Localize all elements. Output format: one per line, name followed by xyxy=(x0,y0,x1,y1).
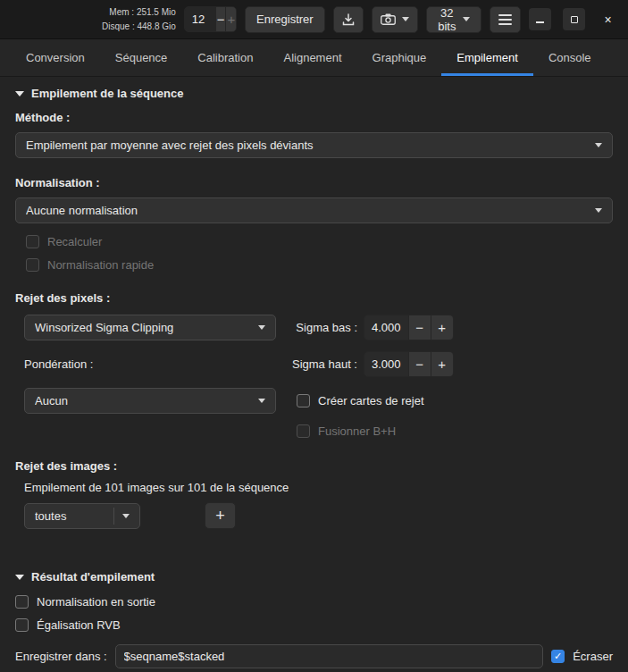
camera-icon xyxy=(381,13,396,25)
tab-console[interactable]: Console xyxy=(533,39,607,76)
chevron-down-icon xyxy=(258,399,265,403)
chevron-down-icon xyxy=(122,514,130,518)
filename-input[interactable] xyxy=(115,644,544,668)
checkbox-box xyxy=(26,235,39,248)
chevron-down-icon xyxy=(258,325,265,330)
checkbox-box xyxy=(297,394,310,407)
image-filter-row: toutes + xyxy=(24,502,613,529)
threads-value[interactable]: 12 xyxy=(185,7,215,31)
sigma-high-row: Sigma haut : 3.000 − + xyxy=(291,351,613,377)
sigma-high-label: Sigma haut : xyxy=(291,357,357,371)
sigma-low-increase-button[interactable]: + xyxy=(431,315,453,340)
normalisation-label: Normalisation : xyxy=(15,176,613,189)
weighting-value: Aucun xyxy=(35,394,250,407)
menu-button[interactable] xyxy=(490,6,521,33)
tab-plot[interactable]: Graphique xyxy=(357,39,442,76)
main-tabs: Conversion Séquence Calibration Aligneme… xyxy=(0,39,628,77)
overwrite-checkbox[interactable]: Écraser xyxy=(551,650,613,663)
rejection-method-value: Winsorized Sigma Clipping xyxy=(35,321,250,334)
export-button[interactable] xyxy=(333,6,364,33)
checkbox-label: Écraser xyxy=(573,650,613,663)
recalculate-checkbox[interactable]: Recalculer xyxy=(26,235,613,248)
method-dropdown[interactable]: Empilement par moyenne avec rejet des pi… xyxy=(15,132,613,158)
sigma-low-label: Sigma bas : xyxy=(291,321,357,334)
stacking-result-expander[interactable]: Résultat d'empilement xyxy=(15,570,613,584)
bit-depth-dropdown[interactable]: 32 bits xyxy=(426,6,481,33)
restore-icon xyxy=(571,16,578,23)
checkbox-box xyxy=(15,618,29,632)
memory-usage: Mem : 251.5 Mio xyxy=(102,5,176,20)
hamburger-icon xyxy=(498,14,512,25)
save-button[interactable]: Enregistrer xyxy=(245,6,325,33)
pixel-rejection-grid: Winsorized Sigma Clipping Sigma bas : 4.… xyxy=(24,315,613,438)
download-tray-icon xyxy=(342,13,355,26)
combo-separator xyxy=(113,508,114,525)
checkbox-label: Fusionner B+H xyxy=(318,424,396,438)
sigma-low-row: Sigma bas : 4.000 − + xyxy=(291,315,613,340)
expander-arrow-icon xyxy=(15,91,24,97)
bit-depth-value: 32 bits xyxy=(438,6,456,33)
restore-button[interactable] xyxy=(563,8,585,30)
section-title: Empilement de la séquence xyxy=(31,87,184,100)
tab-calibration[interactable]: Calibration xyxy=(182,39,268,76)
sigma-low-decrease-button[interactable]: − xyxy=(408,315,431,340)
tab-stacking[interactable]: Empilement xyxy=(441,39,533,76)
fast-normalisation-checkbox[interactable]: Normalisation rapide xyxy=(26,258,613,272)
rejection-maps-checkbox[interactable]: Créer cartes de rejet xyxy=(297,394,613,407)
image-rejection-label: Rejet des images : xyxy=(15,459,613,473)
checkbox-label: Égalisation RVB xyxy=(37,618,121,632)
merge-bh-checkbox[interactable]: Fusionner B+H xyxy=(297,424,613,438)
minimize-icon xyxy=(536,21,544,23)
checkbox-label: Normalisation rapide xyxy=(47,258,154,272)
checkbox-label: Normalisation en sortie xyxy=(37,595,155,609)
chevron-down-icon xyxy=(402,17,409,21)
threads-decrease-button[interactable]: − xyxy=(215,7,226,31)
method-value: Empilement par moyenne avec rejet des pi… xyxy=(26,139,587,152)
window-controls: × xyxy=(529,8,619,30)
expander-arrow-icon xyxy=(15,575,24,580)
normalisation-dropdown[interactable]: Aucune normalisation xyxy=(15,197,613,223)
sequence-stacking-expander[interactable]: Empilement de la séquence xyxy=(15,87,613,100)
normalisation-value: Aucune normalisation xyxy=(26,204,587,217)
close-button[interactable]: × xyxy=(597,8,619,30)
tab-sequence[interactable]: Séquence xyxy=(100,39,183,76)
sigma-high-decrease-button[interactable]: − xyxy=(408,352,431,376)
snapshot-dropdown-button[interactable] xyxy=(372,6,418,33)
header-bar: Mem : 251.5 Mio Disque : 448.8 Gio 12 − … xyxy=(0,0,628,39)
chevron-down-icon xyxy=(595,208,602,213)
weighting-label: Pondération : xyxy=(24,357,276,371)
save-destination-row: Enregistrer dans : Écraser xyxy=(15,644,613,668)
stacking-panel: Empilement de la séquence Méthode : Empi… xyxy=(0,77,628,672)
image-filter-dropdown[interactable]: toutes xyxy=(24,503,140,529)
rgb-equalization-checkbox[interactable]: Égalisation RVB xyxy=(15,618,613,632)
threads-spinner: 12 − + xyxy=(184,6,237,32)
checkbox-box xyxy=(15,595,29,609)
checkbox-box xyxy=(551,650,565,663)
checkbox-label: Créer cartes de rejet xyxy=(318,394,424,407)
sigma-high-spinner: 3.000 − + xyxy=(364,351,454,377)
disk-usage: Disque : 448.8 Gio xyxy=(102,20,176,34)
image-filter-value: toutes xyxy=(35,509,105,523)
chevron-down-icon xyxy=(595,143,602,147)
output-normalisation-checkbox[interactable]: Normalisation en sortie xyxy=(15,595,613,609)
save-in-label: Enregistrer dans : xyxy=(15,650,107,663)
sigma-high-increase-button[interactable]: + xyxy=(431,352,453,376)
pixel-rejection-label: Rejet des pixels : xyxy=(15,291,613,305)
siril-window: Mem : 251.5 Mio Disque : 448.8 Gio 12 − … xyxy=(0,0,628,672)
add-filter-button[interactable]: + xyxy=(205,502,236,529)
sigma-low-value[interactable]: 4.000 xyxy=(364,315,408,340)
tab-conversion[interactable]: Conversion xyxy=(11,39,100,76)
tab-alignment[interactable]: Alignement xyxy=(268,39,356,76)
sigma-high-value[interactable]: 3.000 xyxy=(364,352,408,376)
checkbox-label: Recalculer xyxy=(47,235,102,248)
sigma-low-spinner: 4.000 − + xyxy=(364,315,454,340)
minimize-button[interactable] xyxy=(529,8,551,30)
checkbox-box xyxy=(26,258,39,272)
system-resources: Mem : 251.5 Mio Disque : 448.8 Gio xyxy=(102,5,176,33)
stack-info-text: Empilement de 101 images sur 101 de la s… xyxy=(24,481,613,494)
weighting-dropdown[interactable]: Aucun xyxy=(24,388,276,414)
rejection-method-dropdown[interactable]: Winsorized Sigma Clipping xyxy=(24,315,276,340)
chevron-down-icon xyxy=(463,17,470,21)
threads-increase-button[interactable]: + xyxy=(225,7,236,31)
checkbox-box xyxy=(297,424,310,438)
